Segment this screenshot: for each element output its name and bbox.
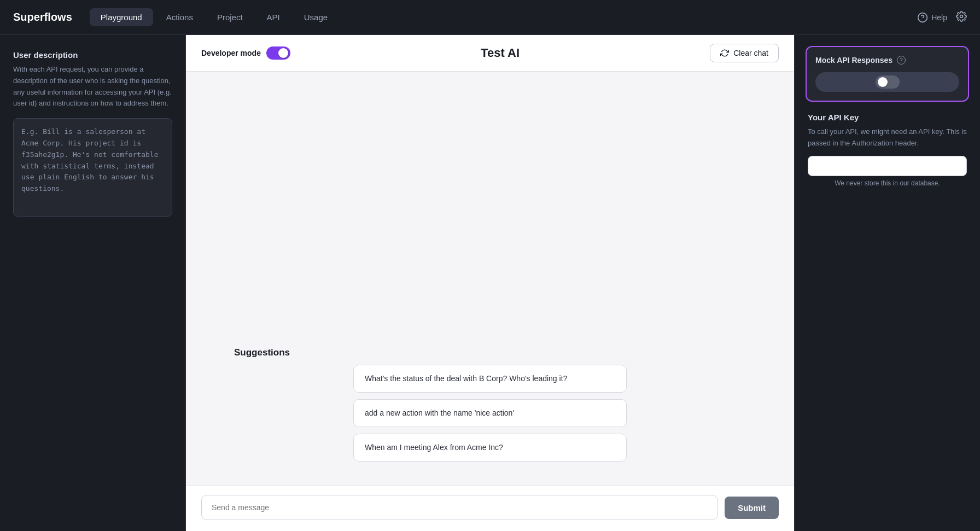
suggestion-item-3[interactable]: When am I meeting Alex from Acme Inc? — [353, 434, 627, 462]
svg-point-2 — [960, 15, 963, 18]
mock-toggle-knob — [878, 77, 888, 87]
clear-chat-label: Clear chat — [733, 49, 768, 57]
nav-right: Help — [917, 11, 967, 24]
chat-title: Test AI — [481, 46, 520, 60]
api-key-input[interactable] — [808, 156, 967, 176]
help-circle-icon — [917, 12, 928, 23]
help-button[interactable]: Help — [917, 12, 947, 23]
nav-tab-api[interactable]: API — [256, 8, 291, 26]
nav-tab-project[interactable]: Project — [206, 8, 254, 26]
nav-tabs: Playground Actions Project API Usage — [90, 8, 917, 26]
developer-mode-toggle[interactable] — [266, 46, 290, 60]
mock-api-toggle[interactable] — [876, 75, 900, 89]
toggle-knob — [278, 48, 288, 58]
mock-api-card: Mock API Responses ? — [806, 46, 969, 102]
chat-content: Suggestions What's the status of the dea… — [186, 72, 794, 486]
developer-mode-section: Developer mode — [201, 46, 290, 60]
chat-message-input[interactable] — [201, 495, 718, 520]
refresh-icon — [720, 49, 729, 57]
api-key-section: Your API Key To call your API, we might … — [806, 113, 969, 187]
right-sidebar: Mock API Responses ? Your API Key To cal… — [794, 35, 980, 531]
chat-input-area: Submit — [186, 486, 794, 531]
left-sidebar: User description With each API request, … — [0, 35, 186, 531]
app-logo: Superflows — [13, 11, 72, 24]
nav-tab-usage[interactable]: Usage — [293, 8, 339, 26]
nav-tab-playground[interactable]: Playground — [90, 8, 153, 26]
mock-api-title: Mock API Responses — [815, 56, 892, 65]
dev-mode-label: Developer mode — [201, 49, 261, 57]
chat-header: Developer mode Test AI Clear chat — [186, 35, 794, 72]
suggestions-area: Suggestions What's the status of the dea… — [201, 347, 779, 462]
main-layout: User description With each API request, … — [0, 35, 980, 531]
chat-area: Developer mode Test AI Clear chat Sugges… — [186, 35, 794, 531]
help-label: Help — [931, 13, 947, 22]
settings-button[interactable] — [956, 11, 967, 24]
user-desc-title: User description — [13, 50, 172, 60]
suggestion-item-1[interactable]: What's the status of the deal with B Cor… — [353, 365, 627, 393]
api-key-title: Your API Key — [808, 113, 967, 122]
suggestions-title: Suggestions — [234, 347, 290, 358]
user-desc-section: User description With each API request, … — [13, 50, 172, 109]
api-key-description: To call your API, we might need an API k… — [808, 126, 967, 149]
user-desc-text: With each API request, you can provide a… — [13, 64, 172, 109]
api-key-note: We never store this in our database. — [808, 179, 967, 187]
mock-api-header: Mock API Responses ? — [815, 56, 959, 65]
user-desc-textarea[interactable]: E.g. Bill is a salesperson at Acme Corp.… — [13, 118, 172, 217]
clear-chat-button[interactable]: Clear chat — [710, 44, 779, 62]
mock-api-info-icon[interactable]: ? — [897, 56, 906, 65]
mock-toggle-background — [815, 72, 959, 92]
nav-tab-actions[interactable]: Actions — [155, 8, 204, 26]
chat-input-row: Submit — [201, 495, 779, 520]
gear-icon — [956, 11, 967, 22]
submit-button[interactable]: Submit — [725, 497, 779, 519]
top-nav: Superflows Playground Actions Project AP… — [0, 0, 980, 35]
suggestion-item-2[interactable]: add a new action with the name 'nice act… — [353, 399, 627, 427]
